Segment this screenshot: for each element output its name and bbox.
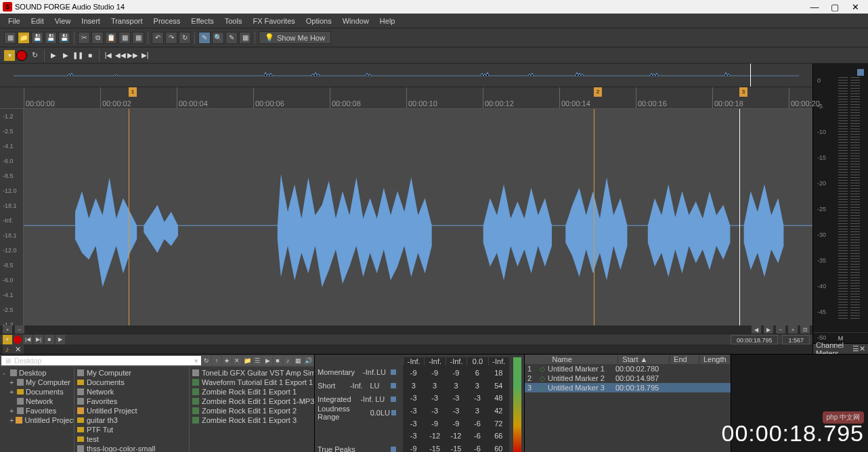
expand-icon[interactable]: + bbox=[9, 416, 14, 424]
expand-icon[interactable]: - bbox=[3, 369, 8, 377]
mini-stop-button[interactable]: ■ bbox=[45, 335, 54, 344]
mini-record-button[interactable] bbox=[14, 336, 22, 344]
zoom-fit-button[interactable]: ⊡ bbox=[800, 325, 810, 334]
list-item[interactable]: Network bbox=[76, 387, 188, 397]
zoom-in-v-button[interactable]: + bbox=[3, 325, 12, 334]
save-button[interactable]: 💾 bbox=[31, 32, 43, 44]
scroll-right-button[interactable]: ▶ bbox=[764, 325, 773, 334]
stop-button[interactable]: ■ bbox=[85, 50, 95, 61]
list-item[interactable]: Favorites bbox=[76, 397, 188, 406]
waveform-view[interactable]: -1.2-2.5-4.1-6.0-8.5-12.0-18.1-Inf.-18.1… bbox=[0, 109, 812, 325]
markers-column-header[interactable]: End bbox=[670, 355, 699, 363]
menu-fx-favorites[interactable]: FX Favorites bbox=[247, 16, 300, 26]
trim-button[interactable]: ▦ bbox=[132, 32, 144, 44]
overview-waveform[interactable] bbox=[0, 64, 812, 87]
tree-item[interactable]: -Desktop bbox=[1, 368, 72, 378]
list-item[interactable]: thss-logo-color-small bbox=[76, 444, 188, 452]
zoom-in-h-button[interactable]: + bbox=[788, 325, 798, 334]
dropdown-icon[interactable]: ▾ bbox=[194, 357, 198, 365]
list-item[interactable]: Zombie Rock Edit 1 Export 3 bbox=[191, 415, 313, 425]
refresh-button[interactable]: ↻ bbox=[202, 356, 211, 365]
menu-options[interactable]: Options bbox=[301, 16, 337, 26]
scroll-left-button[interactable]: ◀ bbox=[752, 325, 761, 334]
tree-item[interactable]: +Untitled Project bbox=[1, 415, 72, 425]
preview-play-button[interactable]: ▶ bbox=[263, 356, 272, 365]
preview-stop-button[interactable]: ■ bbox=[273, 356, 282, 365]
rewind-button[interactable]: ◀◀ bbox=[115, 50, 126, 61]
redo-button[interactable]: ↷ bbox=[165, 32, 177, 44]
mix-button[interactable]: ▦ bbox=[118, 32, 131, 44]
menu-tools[interactable]: Tools bbox=[219, 16, 248, 26]
list-item[interactable]: Zombie Rock Edit 1 Export 2 bbox=[191, 406, 313, 415]
up-button[interactable]: ↑ bbox=[212, 356, 221, 365]
repeat-button[interactable]: ↻ bbox=[179, 32, 191, 44]
list-item[interactable]: Documents bbox=[76, 378, 188, 387]
menu-view[interactable]: View bbox=[49, 16, 77, 26]
list-item[interactable]: Waveform Tutorial Edit 1 Export 1 bbox=[191, 378, 313, 387]
tree-item[interactable]: Network bbox=[1, 397, 72, 406]
expand-icon[interactable]: + bbox=[9, 378, 15, 386]
list-item[interactable]: Zombie Rock Edit 1 Export 1 bbox=[191, 387, 313, 397]
region-button[interactable]: ▦ bbox=[293, 356, 303, 365]
pause-button[interactable]: ❚❚ bbox=[72, 50, 83, 61]
show-me-how-button[interactable]: 💡 Show Me How bbox=[259, 31, 331, 44]
marker-row[interactable]: 1◇Untitled Marker 100:00:02.780 bbox=[525, 364, 731, 374]
transport-menu-icon[interactable]: ▾ bbox=[4, 50, 15, 61]
meters-close-icon[interactable]: ✕ bbox=[859, 344, 865, 353]
meters-menu-icon[interactable]: ☰ bbox=[852, 344, 859, 353]
meter-peak-box[interactable] bbox=[857, 69, 864, 76]
menu-effects[interactable]: Effects bbox=[186, 16, 219, 26]
loop-button[interactable]: ↻ bbox=[28, 49, 41, 62]
marker-row[interactable]: 2◇Untitled Marker 200:00:14.987 bbox=[525, 374, 731, 383]
del-button[interactable]: ✕ bbox=[232, 356, 242, 365]
zoom-out-v-button[interactable]: − bbox=[15, 325, 24, 334]
views-button[interactable]: ☰ bbox=[253, 356, 262, 365]
open-button[interactable]: 📁 bbox=[18, 32, 30, 44]
fav-button[interactable]: ★ bbox=[222, 356, 232, 365]
zoom-ratio[interactable]: 1:567 bbox=[782, 335, 810, 344]
saveas-button[interactable]: 💾 bbox=[45, 32, 57, 44]
list-item[interactable]: guitar th3 bbox=[76, 415, 188, 425]
mini-play-button[interactable]: ▶ bbox=[56, 335, 65, 344]
list-item[interactable]: Zombie Rock Edit 1 Export 1-MP3 bbox=[191, 397, 313, 406]
list-item[interactable]: test bbox=[76, 434, 188, 444]
list-item[interactable]: Untitled Project bbox=[76, 406, 188, 415]
copy-button[interactable]: ⧉ bbox=[91, 32, 104, 44]
close-tab-icon[interactable]: ✕ bbox=[15, 345, 21, 354]
menu-window[interactable]: Window bbox=[337, 16, 374, 26]
forward-button[interactable]: ▶▶ bbox=[127, 50, 138, 61]
minimize-button[interactable]: — bbox=[804, 0, 825, 14]
paste-button[interactable]: 📋 bbox=[105, 32, 117, 44]
list-item[interactable]: PTF Tut bbox=[76, 425, 188, 434]
tree-item[interactable]: +Documents bbox=[1, 387, 72, 397]
play-button[interactable]: ▶ bbox=[48, 50, 59, 61]
zoom-out-h-button[interactable]: − bbox=[776, 325, 785, 334]
mini-go-end-button[interactable]: ▶| bbox=[34, 335, 43, 344]
mini-transport-menu[interactable]: ▾ bbox=[3, 335, 12, 344]
preview-vol-button[interactable]: 🔊 bbox=[303, 356, 313, 365]
go-end-button[interactable]: ▶| bbox=[139, 50, 150, 61]
maximize-button[interactable]: ▢ bbox=[825, 0, 845, 14]
expand-icon[interactable]: + bbox=[9, 388, 15, 396]
menu-edit[interactable]: Edit bbox=[26, 16, 49, 26]
list-item[interactable]: My Computer bbox=[76, 368, 188, 378]
cursor-time[interactable]: 00:00:18.795 bbox=[731, 335, 779, 344]
menu-file[interactable]: File bbox=[3, 16, 26, 26]
tree-item[interactable]: +Favorites bbox=[1, 406, 72, 415]
go-start-button[interactable]: |◀ bbox=[103, 50, 114, 61]
saveall-button[interactable]: 💾 bbox=[58, 32, 70, 44]
list-item[interactable]: ToneLib GFX Guitar VST Amp Simulator bbox=[191, 368, 313, 378]
menu-help[interactable]: Help bbox=[374, 16, 401, 26]
markers-column-header[interactable]: Start ▲ bbox=[618, 355, 670, 363]
explorer-path[interactable]: 🖥 Desktop ▾ bbox=[1, 356, 201, 365]
close-button[interactable]: ✕ bbox=[845, 0, 865, 14]
menu-insert[interactable]: Insert bbox=[76, 16, 106, 26]
record-button[interactable] bbox=[16, 50, 27, 61]
magnify-tool-button[interactable]: 🔍 bbox=[212, 32, 224, 44]
cut-button[interactable]: ✂ bbox=[78, 32, 90, 44]
menu-transport[interactable]: Transport bbox=[106, 16, 148, 26]
tree-item[interactable]: +My Computer bbox=[1, 378, 72, 387]
markers-column-header[interactable]: Name bbox=[548, 355, 618, 363]
timeline-ruler[interactable]: 1 2 3 00:00:0000:00:0200:00:0400:00:0600… bbox=[0, 87, 812, 109]
edit-tool-button[interactable]: ✎ bbox=[198, 32, 211, 44]
